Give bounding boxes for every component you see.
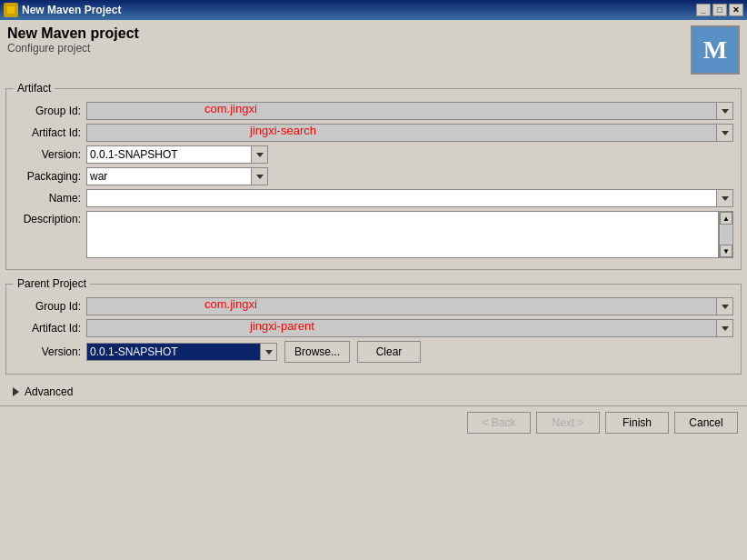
dropdown-arrow-icon (265, 350, 273, 355)
artifact-version-label: Version: (14, 148, 86, 161)
advanced-label: Advanced (25, 385, 73, 398)
artifact-section: Artifact Group Id: com.jingxi Artifact I… (5, 82, 742, 270)
description-scrollbar[interactable]: ▲ ▼ (719, 211, 733, 258)
artifact-name-label: Name: (14, 192, 86, 205)
maximize-button[interactable]: □ (712, 4, 727, 16)
scroll-down-btn[interactable]: ▼ (720, 245, 732, 257)
svg-rect-1 (7, 6, 15, 14)
artifact-version-row: Version: (14, 145, 733, 164)
parent-artifactid-dropdown-btn[interactable] (717, 319, 733, 337)
parent-artifactid-combo[interactable] (86, 319, 733, 337)
artifact-artifactid-combo[interactable] (86, 124, 733, 142)
artifact-legend: Artifact (14, 82, 55, 95)
artifact-artifactid-dropdown-btn[interactable] (717, 124, 733, 142)
dropdown-arrow-icon (722, 326, 729, 331)
artifact-groupid-control (86, 102, 733, 120)
clear-button[interactable]: Clear (357, 341, 421, 363)
next-button[interactable]: Next > (536, 412, 600, 434)
artifact-description-label: Description: (14, 211, 86, 225)
artifact-name-combo[interactable] (86, 189, 733, 207)
button-bar: < Back Next > Finish Cancel (0, 405, 747, 439)
dialog-title-block: New Maven project Configure project (7, 25, 139, 55)
parent-version-label: Version: (14, 345, 86, 358)
artifact-version-input[interactable] (86, 145, 252, 164)
artifact-description-row: Description: ▲ ▼ (14, 211, 733, 258)
parent-version-control: Browse... Clear (86, 341, 733, 363)
title-bar: New Maven Project _ □ ✕ (0, 0, 747, 20)
scroll-track (721, 225, 732, 245)
artifact-packaging-row: Packaging: (14, 167, 733, 185)
artifact-groupid-combo[interactable] (86, 102, 733, 120)
parent-version-dropdown-btn[interactable] (261, 343, 277, 361)
artifact-packaging-input[interactable] (86, 167, 252, 185)
dialog-subtitle: Configure project (7, 42, 139, 55)
dropdown-arrow-icon (256, 175, 264, 179)
finish-button[interactable]: Finish (605, 412, 669, 434)
parent-groupid-row: Group Id: com.jingxi (14, 297, 733, 315)
close-button[interactable]: ✕ (729, 4, 743, 16)
dropdown-arrow-icon (722, 305, 729, 309)
parent-groupid-combo[interactable] (86, 297, 733, 315)
app-icon (4, 3, 18, 17)
dialog-title: New Maven project (7, 25, 139, 42)
artifact-name-input[interactable] (86, 189, 717, 207)
artifact-description-textarea[interactable] (86, 211, 719, 258)
dropdown-arrow-icon (256, 153, 264, 157)
back-button[interactable]: < Back (467, 412, 531, 434)
parent-legend: Parent Project (14, 277, 90, 290)
artifact-version-dropdown-btn[interactable] (252, 145, 268, 164)
artifact-groupid-row: Group Id: com.jingxi (14, 102, 733, 120)
title-bar-buttons: _ □ ✕ (696, 4, 743, 16)
artifact-artifactid-control (86, 124, 733, 142)
title-bar-text: New Maven Project (22, 4, 696, 16)
dropdown-arrow-icon (722, 109, 729, 114)
artifact-artifactid-label: Artifact Id: (14, 126, 86, 139)
artifact-packaging-dropdown-btn[interactable] (252, 167, 268, 185)
artifact-description-control: ▲ ▼ (86, 211, 733, 258)
artifact-groupid-dropdown-btn[interactable] (717, 102, 733, 120)
browse-button[interactable]: Browse... (284, 341, 350, 363)
parent-version-row: Version: Browse... Clear (14, 341, 733, 363)
cancel-button[interactable]: Cancel (674, 412, 738, 434)
advanced-section[interactable]: Advanced (0, 382, 747, 402)
dialog-header: New Maven project Configure project M (0, 20, 747, 82)
dropdown-arrow-icon (722, 131, 729, 135)
artifact-name-row: Name: (14, 189, 733, 207)
maven-logo: M (691, 25, 740, 75)
artifact-packaging-label: Packaging: (14, 170, 86, 183)
parent-groupid-label: Group Id: (14, 300, 86, 313)
minimize-button[interactable]: _ (696, 4, 711, 16)
parent-groupid-dropdown-btn[interactable] (717, 297, 733, 315)
parent-artifactid-label: Artifact Id: (14, 322, 86, 335)
artifact-version-control (86, 145, 733, 164)
dropdown-arrow-icon (722, 196, 729, 201)
parent-artifactid-control (86, 319, 733, 337)
parent-project-section: Parent Project Group Id: com.jingxi Arti… (5, 277, 742, 375)
artifact-name-dropdown-btn[interactable] (717, 189, 733, 207)
artifact-packaging-control (86, 167, 733, 185)
parent-groupid-control (86, 297, 733, 315)
scroll-up-btn[interactable]: ▲ (720, 212, 732, 225)
artifact-artifactid-row: Artifact Id: jingxi-search (14, 124, 733, 142)
artifact-groupid-label: Group Id: (14, 105, 86, 117)
parent-version-input[interactable] (86, 343, 261, 361)
parent-artifactid-row: Artifact Id: jingxi-parent (14, 319, 733, 337)
artifact-name-control (86, 189, 733, 207)
expand-icon (13, 387, 19, 396)
